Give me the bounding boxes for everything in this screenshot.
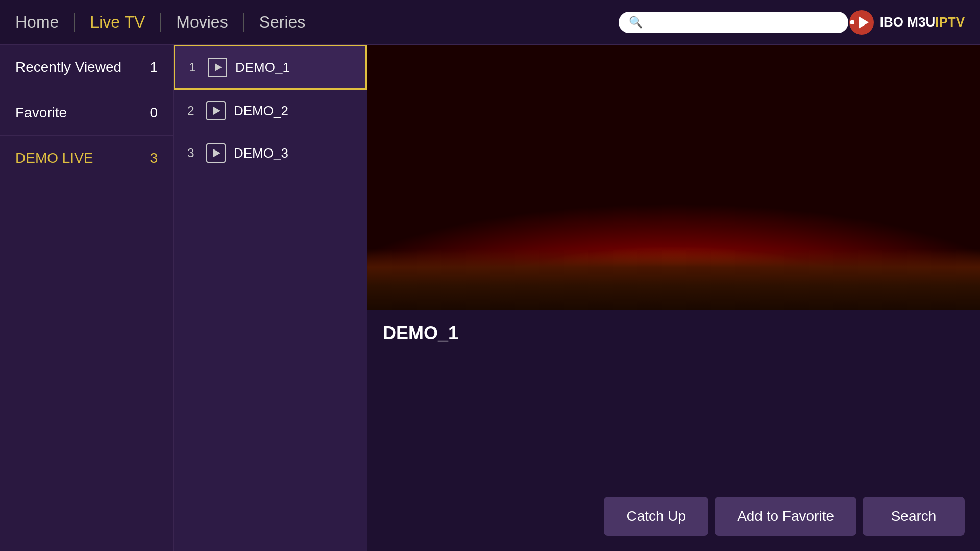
channel-name-2: DEMO_2 (234, 103, 288, 119)
svg-rect-2 (850, 20, 854, 24)
sidebar-count-recently-viewed: 1 (150, 59, 158, 76)
search-input[interactable] (647, 16, 838, 29)
channel-item-2[interactable]: 2 DEMO_2 (174, 90, 367, 132)
channel-num-2: 2 (184, 104, 198, 118)
channel-num-1: 1 (185, 60, 200, 74)
sidebar-count-favorite: 0 (150, 105, 158, 121)
preview-image (368, 45, 980, 310)
add-to-favorite-button[interactable]: Add to Favorite (715, 497, 856, 536)
play-icon-1 (208, 58, 227, 77)
preview-title: DEMO_1 (368, 310, 980, 356)
search-bar[interactable]: 🔍 (619, 12, 848, 33)
channel-list: 1 DEMO_1 2 DEMO_2 3 DEMO_3 (174, 45, 368, 551)
search-button[interactable]: Search (863, 497, 965, 536)
main-content: Recently Viewed 1 Favorite 0 DEMO LIVE 3… (0, 45, 980, 551)
search-icon: 🔍 (629, 16, 643, 29)
sidebar-item-favorite[interactable]: Favorite 0 (0, 90, 173, 136)
bottom-actions: Catch Up Add to Favorite Search (604, 497, 965, 536)
sidebar-item-demo-live[interactable]: DEMO LIVE 3 (0, 136, 173, 181)
sidebar-count-demo-live: 3 (150, 150, 158, 166)
nav-home[interactable]: Home (15, 13, 75, 32)
channel-name-3: DEMO_3 (234, 145, 288, 161)
catch-up-button[interactable]: Catch Up (604, 497, 708, 536)
nav-series[interactable]: Series (244, 13, 322, 32)
sidebar: Recently Viewed 1 Favorite 0 DEMO LIVE 3 (0, 45, 174, 551)
channel-name-1: DEMO_1 (235, 60, 290, 76)
navigation: Home Live TV Movies Series (15, 13, 608, 32)
header: Home Live TV Movies Series 🔍 IBO M3UIPTV (0, 0, 980, 45)
sidebar-label-demo-live: DEMO LIVE (15, 150, 93, 166)
nav-movies[interactable]: Movies (161, 13, 243, 32)
logo-text: IBO M3UIPTV (880, 14, 965, 30)
channel-item-1[interactable]: 1 DEMO_1 (174, 45, 367, 90)
sidebar-label-favorite: Favorite (15, 105, 67, 121)
sidebar-label-recently-viewed: Recently Viewed (15, 59, 121, 76)
play-icon-2 (206, 101, 226, 120)
channel-num-3: 3 (184, 146, 198, 160)
logo: IBO M3UIPTV (848, 9, 965, 36)
preview-area: DEMO_1 Catch Up Add to Favorite Search (368, 45, 980, 551)
nav-live-tv[interactable]: Live TV (75, 13, 161, 32)
sidebar-item-recently-viewed[interactable]: Recently Viewed 1 (0, 45, 173, 90)
channel-item-3[interactable]: 3 DEMO_3 (174, 132, 367, 174)
fire-visual (368, 45, 980, 310)
play-icon-3 (206, 143, 226, 163)
logo-icon (848, 9, 875, 36)
fire-logs (368, 249, 980, 310)
